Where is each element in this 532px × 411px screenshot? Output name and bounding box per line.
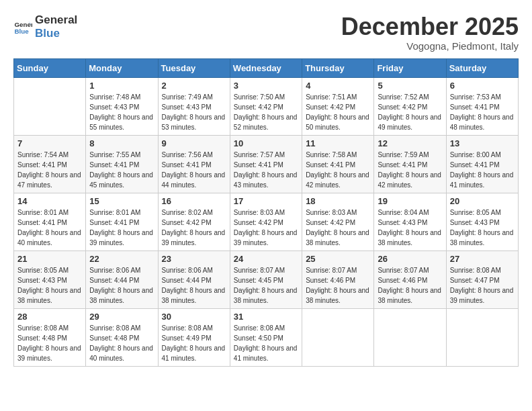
- sunrise-text: Sunrise: 7:57 AM: [234, 151, 285, 158]
- calendar-cell: 12 Sunrise: 7:59 AM Sunset: 4:41 PM Dayl…: [374, 135, 446, 193]
- sunset-text: Sunset: 4:43 PM: [89, 103, 139, 111]
- cell-info: Sunrise: 7:55 AM Sunset: 4:41 PM Dayligh…: [89, 150, 154, 190]
- day-number: 16: [162, 196, 226, 206]
- cell-info: Sunrise: 7:53 AM Sunset: 4:41 PM Dayligh…: [450, 92, 515, 132]
- daylight-text: Daylight: 8 hours and 47 minutes.: [17, 171, 81, 189]
- sunset-text: Sunset: 4:45 PM: [234, 277, 283, 284]
- calendar-cell: 19 Sunrise: 8:04 AM Sunset: 4:43 PM Dayl…: [374, 193, 446, 250]
- daylight-text: Daylight: 8 hours and 38 minutes.: [378, 229, 441, 246]
- calendar-cell: 26 Sunrise: 8:07 AM Sunset: 4:46 PM Dayl…: [374, 250, 446, 308]
- sunset-text: Sunset: 4:46 PM: [306, 277, 355, 284]
- sunrise-text: Sunrise: 8:06 AM: [89, 267, 140, 274]
- sunrise-text: Sunrise: 8:00 AM: [450, 151, 501, 158]
- daylight-text: Daylight: 8 hours and 39 minutes.: [17, 345, 81, 362]
- calendar-cell: 5 Sunrise: 7:52 AM Sunset: 4:42 PM Dayli…: [374, 77, 446, 135]
- daylight-text: Daylight: 8 hours and 42 minutes.: [378, 171, 441, 189]
- calendar-week-5: 28 Sunrise: 8:08 AM Sunset: 4:48 PM Dayl…: [14, 308, 519, 366]
- calendar-cell: 2 Sunrise: 7:49 AM Sunset: 4:43 PM Dayli…: [158, 77, 230, 135]
- cell-info: Sunrise: 8:01 AM Sunset: 4:41 PM Dayligh…: [89, 208, 154, 248]
- daylight-text: Daylight: 8 hours and 41 minutes.: [162, 345, 226, 362]
- day-number: 25: [306, 254, 370, 264]
- sunset-text: Sunset: 4:42 PM: [306, 103, 355, 111]
- calendar-week-2: 7 Sunrise: 7:54 AM Sunset: 4:41 PM Dayli…: [14, 135, 519, 193]
- day-number: 12: [378, 138, 442, 148]
- daylight-text: Daylight: 8 hours and 39 minutes.: [450, 287, 514, 304]
- day-number: 10: [234, 138, 298, 148]
- cell-info: Sunrise: 7:48 AM Sunset: 4:43 PM Dayligh…: [89, 92, 154, 132]
- daylight-text: Daylight: 8 hours and 38 minutes.: [378, 287, 441, 304]
- sunset-text: Sunset: 4:42 PM: [378, 103, 427, 111]
- cell-info: Sunrise: 8:05 AM Sunset: 4:43 PM Dayligh…: [450, 208, 515, 248]
- weekday-header-monday: Monday: [86, 58, 158, 77]
- sunset-text: Sunset: 4:41 PM: [162, 161, 212, 169]
- sunset-text: Sunset: 4:43 PM: [162, 103, 212, 111]
- calendar-cell: 15 Sunrise: 8:01 AM Sunset: 4:41 PM Dayl…: [86, 193, 158, 250]
- sunrise-text: Sunrise: 7:53 AM: [450, 93, 501, 101]
- cell-info: Sunrise: 8:08 AM Sunset: 4:48 PM Dayligh…: [89, 323, 154, 363]
- day-number: 23: [162, 254, 226, 264]
- sunrise-text: Sunrise: 8:05 AM: [450, 209, 501, 216]
- sunset-text: Sunset: 4:43 PM: [450, 219, 500, 226]
- sunrise-text: Sunrise: 7:56 AM: [162, 151, 213, 158]
- sunset-text: Sunset: 4:46 PM: [378, 277, 427, 284]
- day-number: 21: [17, 254, 82, 264]
- day-number: 4: [306, 81, 370, 91]
- cell-info: Sunrise: 7:58 AM Sunset: 4:41 PM Dayligh…: [306, 150, 370, 190]
- cell-info: Sunrise: 7:56 AM Sunset: 4:41 PM Dayligh…: [162, 150, 226, 190]
- cell-info: Sunrise: 8:06 AM Sunset: 4:44 PM Dayligh…: [89, 265, 154, 306]
- svg-text:Blue: Blue: [14, 28, 29, 35]
- calendar-cell: 7 Sunrise: 7:54 AM Sunset: 4:41 PM Dayli…: [14, 135, 86, 193]
- day-number: 19: [378, 196, 442, 206]
- sunset-text: Sunset: 4:50 PM: [234, 334, 283, 342]
- cell-info: Sunrise: 8:08 AM Sunset: 4:48 PM Dayligh…: [17, 323, 82, 363]
- calendar-cell: 16 Sunrise: 8:02 AM Sunset: 4:42 PM Dayl…: [158, 193, 230, 250]
- logo-icon: General Blue: [13, 17, 32, 36]
- calendar-cell: 31 Sunrise: 8:08 AM Sunset: 4:50 PM Dayl…: [230, 308, 302, 366]
- sunrise-text: Sunrise: 8:06 AM: [162, 267, 213, 274]
- day-number: 29: [89, 312, 154, 322]
- cell-info: Sunrise: 8:07 AM Sunset: 4:46 PM Dayligh…: [378, 265, 442, 306]
- cell-info: Sunrise: 8:03 AM Sunset: 4:42 PM Dayligh…: [234, 208, 298, 248]
- sunrise-text: Sunrise: 7:54 AM: [17, 151, 69, 158]
- daylight-text: Daylight: 8 hours and 38 minutes.: [450, 229, 514, 246]
- sunrise-text: Sunrise: 8:07 AM: [378, 267, 429, 274]
- calendar-cell: 28 Sunrise: 8:08 AM Sunset: 4:48 PM Dayl…: [14, 308, 86, 366]
- sunrise-text: Sunrise: 8:08 AM: [234, 324, 285, 332]
- daylight-text: Daylight: 8 hours and 38 minutes.: [89, 287, 153, 304]
- cell-info: Sunrise: 7:50 AM Sunset: 4:42 PM Dayligh…: [234, 92, 298, 132]
- weekday-header-tuesday: Tuesday: [158, 58, 230, 77]
- cell-info: Sunrise: 7:49 AM Sunset: 4:43 PM Dayligh…: [162, 92, 226, 132]
- logo-blue-text: Blue: [35, 27, 77, 40]
- day-number: 3: [234, 81, 298, 91]
- weekday-header-row: SundayMondayTuesdayWednesdayThursdayFrid…: [14, 58, 519, 77]
- calendar-cell: 29 Sunrise: 8:08 AM Sunset: 4:48 PM Dayl…: [86, 308, 158, 366]
- calendar-cell: 17 Sunrise: 8:03 AM Sunset: 4:42 PM Dayl…: [230, 193, 302, 250]
- day-number: 7: [17, 138, 82, 148]
- sunset-text: Sunset: 4:41 PM: [89, 161, 139, 169]
- calendar-week-1: 1 Sunrise: 7:48 AM Sunset: 4:43 PM Dayli…: [14, 77, 519, 135]
- calendar-cell: 18 Sunrise: 8:03 AM Sunset: 4:42 PM Dayl…: [302, 193, 374, 250]
- sunrise-text: Sunrise: 8:07 AM: [306, 267, 357, 274]
- calendar-cell: 24 Sunrise: 8:07 AM Sunset: 4:45 PM Dayl…: [230, 250, 302, 308]
- calendar-week-3: 14 Sunrise: 8:01 AM Sunset: 4:41 PM Dayl…: [14, 193, 519, 250]
- sunset-text: Sunset: 4:48 PM: [89, 334, 139, 342]
- day-number: 22: [89, 254, 154, 264]
- sunset-text: Sunset: 4:47 PM: [450, 277, 500, 284]
- calendar-cell: 23 Sunrise: 8:06 AM Sunset: 4:44 PM Dayl…: [158, 250, 230, 308]
- cell-info: Sunrise: 8:02 AM Sunset: 4:42 PM Dayligh…: [162, 208, 226, 248]
- daylight-text: Daylight: 8 hours and 41 minutes.: [234, 345, 298, 362]
- cell-info: Sunrise: 8:04 AM Sunset: 4:43 PM Dayligh…: [378, 208, 442, 248]
- page-header: General Blue General Blue December 2025 …: [13, 13, 519, 52]
- sunset-text: Sunset: 4:43 PM: [17, 277, 67, 284]
- calendar-cell: 6 Sunrise: 7:53 AM Sunset: 4:41 PM Dayli…: [446, 77, 518, 135]
- sunset-text: Sunset: 4:41 PM: [378, 161, 427, 169]
- calendar-cell: 9 Sunrise: 7:56 AM Sunset: 4:41 PM Dayli…: [158, 135, 230, 193]
- sunrise-text: Sunrise: 7:55 AM: [89, 151, 140, 158]
- sunrise-text: Sunrise: 8:08 AM: [89, 324, 140, 332]
- weekday-header-saturday: Saturday: [446, 58, 518, 77]
- daylight-text: Daylight: 8 hours and 55 minutes.: [89, 113, 153, 131]
- day-number: 26: [378, 254, 442, 264]
- cell-info: Sunrise: 8:01 AM Sunset: 4:41 PM Dayligh…: [17, 208, 82, 248]
- daylight-text: Daylight: 8 hours and 38 minutes.: [306, 287, 369, 304]
- daylight-text: Daylight: 8 hours and 45 minutes.: [89, 171, 153, 189]
